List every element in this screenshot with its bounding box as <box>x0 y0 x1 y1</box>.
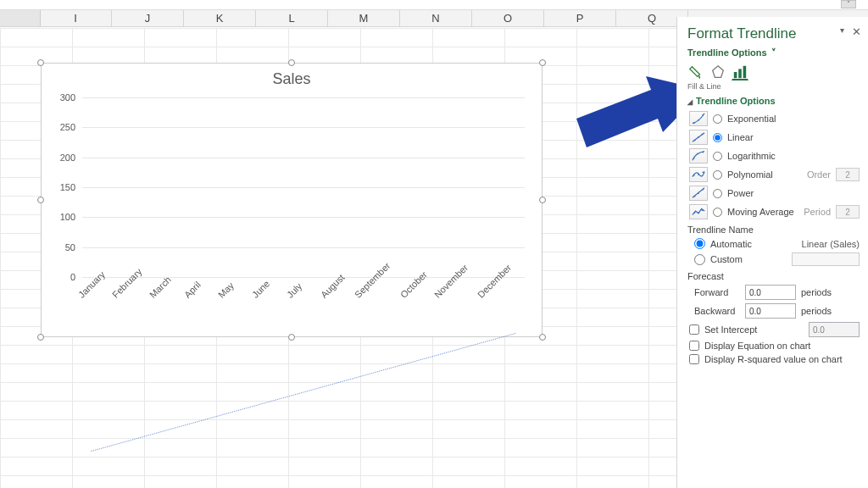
fill-line-icon[interactable] <box>687 64 704 80</box>
trendline-thumb-icon <box>689 130 708 145</box>
svg-point-6 <box>693 122 695 124</box>
svg-point-24 <box>702 209 704 211</box>
display-r2-checkbox[interactable] <box>689 354 699 364</box>
custom-name-input[interactable] <box>792 252 860 266</box>
plot-area[interactable]: 050100150200250300 <box>82 97 525 277</box>
chart-object[interactable]: Sales 050100150200250300 JanuaryFebruary… <box>41 63 542 337</box>
trendline-type-option[interactable]: Moving AveragePeriod <box>687 204 860 219</box>
svg-rect-4 <box>738 69 742 78</box>
effects-icon[interactable] <box>709 64 726 80</box>
periods-label: periods <box>801 306 832 316</box>
resize-handle[interactable] <box>288 334 295 341</box>
col-header[interactable]: I <box>40 10 112 26</box>
display-equation-label: Display Equation on chart <box>704 341 860 351</box>
radio-linear[interactable] <box>713 133 722 142</box>
y-tick: 0 <box>70 272 75 282</box>
col-header[interactable]: M <box>328 10 400 26</box>
col-header[interactable]: L <box>256 10 328 26</box>
set-intercept-checkbox[interactable] <box>689 324 699 335</box>
display-r2-label: Display R-squared value on chart <box>704 354 860 364</box>
pane-subtitle-label: Trendline Options <box>687 47 767 58</box>
forward-label: Forward <box>694 287 740 297</box>
y-tick: 50 <box>65 242 75 252</box>
radio-polynomial[interactable] <box>713 170 722 180</box>
formula-dropdown-icon[interactable]: ˅ <box>841 0 856 8</box>
trendline-type-option[interactable]: Power <box>687 186 860 201</box>
type-label: Power <box>727 188 754 198</box>
close-icon[interactable]: ✕ <box>852 25 861 38</box>
type-label: Polynomial <box>727 169 773 180</box>
svg-point-22 <box>694 212 696 214</box>
display-equation-checkbox[interactable] <box>689 341 699 351</box>
param-input[interactable] <box>836 168 860 181</box>
pane-title: Format Trendline <box>687 25 860 42</box>
radio-moving-average[interactable] <box>713 208 722 217</box>
chevron-down-icon: ˅ <box>769 47 776 58</box>
trendline-thumb-icon <box>689 148 708 164</box>
trendline-type-option[interactable]: PolynomialOrder <box>687 167 860 182</box>
y-tick: 200 <box>60 152 75 163</box>
pane-subtitle[interactable]: Trendline Options ˅ <box>687 47 860 58</box>
param-label: Period <box>804 207 831 217</box>
radio-exponential[interactable] <box>713 114 722 124</box>
automatic-value: Linear (Sales) <box>802 239 860 249</box>
svg-point-8 <box>702 114 704 116</box>
backward-input[interactable] <box>745 303 796 319</box>
trendline-thumb-icon <box>689 167 708 182</box>
svg-point-10 <box>694 140 696 141</box>
radio-power[interactable] <box>713 189 722 198</box>
col-header[interactable]: P <box>544 10 616 26</box>
svg-point-23 <box>698 212 699 214</box>
set-intercept-label: Set Intercept <box>704 324 804 335</box>
param-label: Order <box>807 169 831 180</box>
param-input[interactable] <box>836 205 860 219</box>
svg-point-20 <box>698 192 699 194</box>
pane-tab-icons <box>687 64 860 80</box>
radio-automatic[interactable] <box>694 238 705 249</box>
resize-handle[interactable] <box>37 334 44 341</box>
resize-handle[interactable] <box>288 59 295 66</box>
bars[interactable] <box>82 97 525 277</box>
resize-handle[interactable] <box>539 59 546 66</box>
radio-custom[interactable] <box>694 254 705 265</box>
resize-handle[interactable] <box>539 197 546 203</box>
y-tick: 300 <box>60 92 75 103</box>
y-tick: 100 <box>60 212 75 222</box>
trendline-type-option[interactable]: Logarithmic <box>687 148 860 164</box>
type-label: Logarithmic <box>727 151 776 161</box>
svg-point-16 <box>693 175 695 176</box>
svg-point-12 <box>702 134 704 136</box>
svg-point-19 <box>694 196 696 197</box>
automatic-label: Automatic <box>710 239 752 249</box>
radio-logarithmic[interactable] <box>713 152 722 161</box>
svg-point-13 <box>693 158 695 159</box>
resize-handle[interactable] <box>539 334 546 341</box>
trendline-type-option[interactable]: Exponential <box>687 111 860 126</box>
col-header[interactable]: N <box>400 10 472 26</box>
svg-point-17 <box>698 174 699 175</box>
svg-rect-5 <box>743 65 747 77</box>
chart-title[interactable]: Sales <box>42 64 542 92</box>
resize-handle[interactable] <box>37 59 44 66</box>
svg-point-15 <box>702 152 704 153</box>
backward-label: Backward <box>694 306 740 316</box>
svg-point-7 <box>698 119 699 121</box>
periods-label: periods <box>801 287 832 297</box>
col-header[interactable]: J <box>112 10 184 26</box>
resize-handle[interactable] <box>37 197 44 203</box>
section-trendline-options[interactable]: Trendline Options <box>687 96 860 106</box>
forward-input[interactable] <box>745 285 796 300</box>
trendline-options-icon[interactable] <box>732 64 748 80</box>
y-tick: 150 <box>60 182 75 192</box>
col-header[interactable]: K <box>184 10 256 26</box>
type-label: Linear <box>727 132 754 142</box>
pane-options-icon[interactable]: ▾ <box>840 25 844 35</box>
intercept-input[interactable] <box>809 322 860 337</box>
trendline-type-option[interactable]: Linear <box>687 130 860 145</box>
svg-rect-3 <box>734 72 737 78</box>
col-header[interactable]: O <box>472 10 544 26</box>
svg-point-18 <box>702 171 704 173</box>
svg-point-21 <box>702 189 704 191</box>
trendline-thumb-icon <box>689 204 708 219</box>
svg-marker-2 <box>713 66 724 78</box>
